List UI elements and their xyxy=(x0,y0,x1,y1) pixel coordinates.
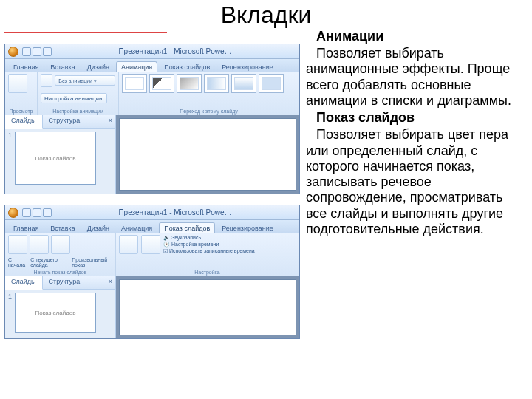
transition-wipe-h[interactable] xyxy=(204,74,229,93)
slide-thumbnail[interactable]: Показ слайдов xyxy=(15,293,96,332)
record-narration-option[interactable]: 🔈 Звукозапись xyxy=(163,235,255,241)
qat-redo-icon[interactable] xyxy=(43,47,52,56)
quick-access-toolbar[interactable] xyxy=(22,208,52,217)
slide-number: 1 xyxy=(8,132,12,191)
tab-home[interactable]: Главная xyxy=(8,61,44,72)
from-beginning-button[interactable] xyxy=(8,235,27,254)
window-title: Презентация1 - Microsoft Powe… xyxy=(54,47,296,55)
slide-preview xyxy=(119,279,296,335)
group-label-preview: Просмотр xyxy=(8,109,34,114)
panel-tab-slides[interactable]: Слайды xyxy=(5,276,43,290)
transition-none[interactable] xyxy=(122,74,147,93)
qat-undo-icon[interactable] xyxy=(33,47,41,56)
ribbon-slideshow: С начала С текущего слайда Произвольный … xyxy=(5,233,299,276)
transition-fade[interactable] xyxy=(149,74,174,93)
from-current-button[interactable] xyxy=(30,235,49,254)
hide-slide-button[interactable] xyxy=(141,235,160,254)
custom-animation-button[interactable]: Настройка анимации xyxy=(41,93,107,103)
tab-design[interactable]: Дизайн xyxy=(82,61,115,72)
transition-wipe-v[interactable] xyxy=(231,74,256,93)
transition-box[interactable] xyxy=(259,74,284,93)
tab-review[interactable]: Рецензирование xyxy=(216,61,279,72)
qat-save-icon[interactable] xyxy=(22,208,31,217)
slide-number: 1 xyxy=(8,293,12,335)
slide-panel: Слайды Структура × 1 Показ слайдов xyxy=(5,276,116,338)
panel-tab-slides[interactable]: Слайды xyxy=(5,115,43,129)
tab-design[interactable]: Дизайн xyxy=(82,222,115,233)
slide-panel: Слайды Структура × 1 Показ слайдов xyxy=(5,115,116,194)
ribbon-group-setup: 🔈 Звукозапись 🕑 Настройка времени ☑ Испо… xyxy=(116,233,299,276)
powerpoint-window-slideshow: Презентация1 - Microsoft Powe… Главная В… xyxy=(4,205,300,339)
powerpoint-window-animation: Презентация1 - Microsoft Powe… Главная В… xyxy=(4,44,300,194)
panel-close-icon[interactable]: × xyxy=(86,276,115,289)
qat-undo-icon[interactable] xyxy=(33,208,41,217)
tab-animation[interactable]: Анимация xyxy=(116,61,157,72)
label-custom-show: Произвольный показ xyxy=(72,257,112,267)
window-title: Презентация1 - Microsoft Powe… xyxy=(54,208,296,216)
office-button-icon[interactable] xyxy=(8,208,18,218)
qat-redo-icon[interactable] xyxy=(43,208,52,217)
quick-access-toolbar[interactable] xyxy=(22,47,52,56)
titlebar: Презентация1 - Microsoft Powe… xyxy=(5,205,299,220)
ribbon-tabs: Главная Вставка Дизайн Анимация Показ сл… xyxy=(5,220,299,233)
text-slideshow: Позволяет выбирать цвет пера или определ… xyxy=(306,127,522,237)
tab-review[interactable]: Рецензирование xyxy=(216,222,279,233)
ribbon-group-transitions: Переход к этому слайду xyxy=(119,72,299,115)
panel-close-icon[interactable]: × xyxy=(86,115,115,128)
text-animation: Позволяет выбирать анимационные эффекты.… xyxy=(306,46,522,109)
heading-animation: Анимации xyxy=(306,29,522,44)
animation-select[interactable]: Без анимации ▾ xyxy=(55,75,115,86)
page-title: Вкладки xyxy=(0,0,532,29)
ribbon-group-custom-animation: Без анимации ▾ Настройка анимации Настро… xyxy=(38,72,119,115)
group-label-transitions: Переход к этому слайду xyxy=(122,109,296,114)
label-from-current: С текущего слайда xyxy=(30,257,67,267)
use-timings-checkbox[interactable]: ☑ Использовать записанные времена xyxy=(163,248,255,254)
titlebar: Презентация1 - Microsoft Powe… xyxy=(5,44,299,59)
tab-slideshow[interactable]: Показ слайдов xyxy=(159,61,215,72)
tab-animation[interactable]: Анимация xyxy=(116,222,157,233)
slide-canvas xyxy=(116,115,299,194)
group-label-setup: Настройка xyxy=(119,270,296,275)
tab-insert[interactable]: Вставка xyxy=(45,61,80,72)
label-from-beginning: С начала xyxy=(8,257,26,267)
anim-dropdown-icon[interactable] xyxy=(41,74,52,87)
tab-home[interactable]: Главная xyxy=(8,222,44,233)
screenshots-column: Презентация1 - Microsoft Powe… Главная В… xyxy=(0,29,303,399)
tab-insert[interactable]: Вставка xyxy=(45,222,80,233)
group-label-start: Начать показ слайдов xyxy=(8,270,112,275)
qat-save-icon[interactable] xyxy=(22,47,31,56)
heading-slideshow: Показ слайдов xyxy=(306,110,522,126)
ribbon-group-preview: Просмотр xyxy=(5,72,38,115)
ribbon-tabs: Главная Вставка Дизайн Анимация Показ сл… xyxy=(5,59,299,72)
custom-show-button[interactable] xyxy=(51,235,70,254)
slide-canvas xyxy=(116,276,299,338)
slide-preview xyxy=(119,118,296,191)
transition-dissolve[interactable] xyxy=(177,74,202,93)
panel-tab-outline[interactable]: Структура xyxy=(43,115,87,128)
panel-tab-outline[interactable]: Структура xyxy=(43,276,87,289)
slide-thumbnail[interactable]: Показ слайдов xyxy=(15,132,96,185)
tab-slideshow[interactable]: Показ слайдов xyxy=(159,222,215,233)
group-label-custom: Настройка анимации xyxy=(41,109,115,114)
description-column: Анимации Позволяет выбирать анимационные… xyxy=(303,29,532,399)
office-button-icon[interactable] xyxy=(8,47,18,57)
ribbon-group-start: С начала С текущего слайда Произвольный … xyxy=(5,233,116,276)
preview-button[interactable] xyxy=(8,74,27,93)
red-underline xyxy=(4,32,167,33)
rehearse-timings-option[interactable]: 🕑 Настройка времени xyxy=(163,242,255,248)
setup-show-button[interactable] xyxy=(119,235,138,254)
ribbon-animation: Просмотр Без анимации ▾ Настройка анимац… xyxy=(5,72,299,115)
